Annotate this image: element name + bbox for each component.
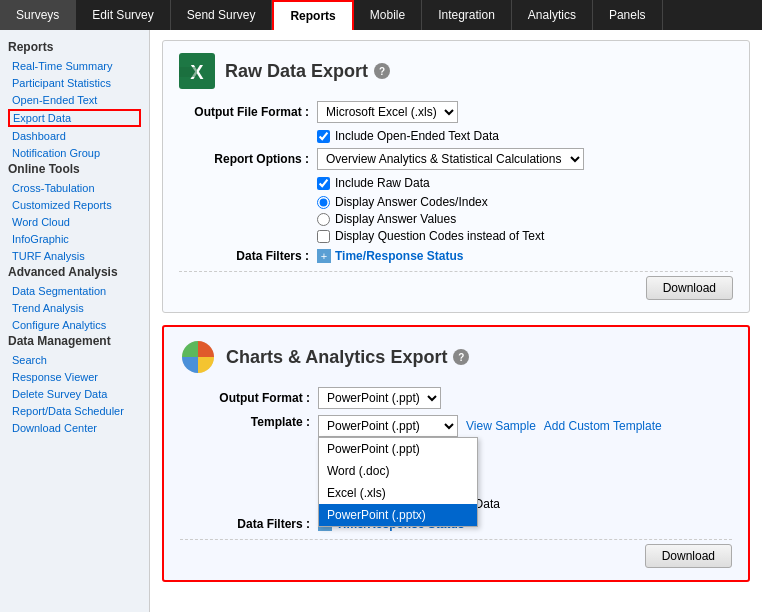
display-codes-row: Display Answer Codes/Index: [317, 195, 733, 209]
raw-data-help-icon[interactable]: ?: [374, 63, 390, 79]
charts-output-label: Output Format :: [180, 391, 310, 405]
raw-download-row: Download: [179, 271, 733, 300]
template-row: Template : PowerPoint (.ppt) View Sample…: [180, 415, 732, 437]
sidebar-link-customized[interactable]: Customized Reports: [8, 197, 141, 213]
nav-panels[interactable]: Panels: [593, 0, 663, 30]
nav-send-survey[interactable]: Send Survey: [171, 0, 273, 30]
dd-xls[interactable]: Excel (.xls): [319, 482, 477, 504]
raw-data-export-section: X Raw Data Export ? Output File Format :…: [162, 40, 750, 313]
display-question-codes-row: Display Question Codes instead of Text: [317, 229, 733, 243]
raw-data-title: Raw Data Export: [225, 61, 368, 82]
sidebar-title-onlinetools: Online Tools: [8, 162, 141, 176]
include-openended-label: Include Open-Ended Text Data: [335, 129, 499, 143]
sidebar-link-delete[interactable]: Delete Survey Data: [8, 386, 141, 402]
filters-plus-icon[interactable]: +: [317, 249, 331, 263]
include-raw-label: Include Raw Data: [335, 176, 430, 190]
sidebar-link-configure[interactable]: Configure Analytics: [8, 317, 141, 333]
nav-mobile[interactable]: Mobile: [354, 0, 422, 30]
template-dropdown-container: PowerPoint (.ppt) View Sample Add Custom…: [318, 415, 662, 437]
charts-help-icon[interactable]: ?: [453, 349, 469, 365]
sidebar-link-infographic[interactable]: InfoGraphic: [8, 231, 141, 247]
charts-output-select[interactable]: PowerPoint (.ppt): [318, 387, 441, 409]
include-openended-checkbox[interactable]: [317, 130, 330, 143]
sidebar-title-datamanagement: Data Management: [8, 334, 141, 348]
view-sample-link[interactable]: View Sample: [466, 419, 536, 433]
include-raw-row: Include Raw Data: [317, 176, 733, 190]
sidebar-link-dashboard[interactable]: Dashboard: [8, 128, 141, 144]
sidebar-title-reports: Reports: [8, 40, 141, 54]
sidebar-link-realtime[interactable]: Real-Time Summary: [8, 58, 141, 74]
charts-export-section: Charts & Analytics Export ? Output Forma…: [162, 325, 750, 582]
main-layout: Reports Real-Time Summary Participant St…: [0, 30, 762, 612]
display-codes-radio[interactable]: [317, 196, 330, 209]
nav-reports[interactable]: Reports: [272, 0, 353, 30]
raw-download-button[interactable]: Download: [646, 276, 733, 300]
dd-ppt[interactable]: PowerPoint (.ppt): [319, 438, 477, 460]
nav-edit-survey[interactable]: Edit Survey: [76, 0, 170, 30]
display-values-row: Display Answer Values: [317, 212, 733, 226]
raw-data-header: X Raw Data Export ?: [179, 53, 733, 89]
sidebar-link-scheduler[interactable]: Report/Data Scheduler: [8, 403, 141, 419]
charts-header: Charts & Analytics Export ?: [180, 339, 732, 375]
sidebar-link-search[interactable]: Search: [8, 352, 141, 368]
sidebar-link-download-center[interactable]: Download Center: [8, 420, 141, 436]
sidebar-link-dataseg[interactable]: Data Segmentation: [8, 283, 141, 299]
chart-icon: [180, 339, 216, 375]
svg-rect-2: [179, 67, 197, 77]
include-raw-checkbox[interactable]: [317, 177, 330, 190]
dd-doc[interactable]: Word (.doc): [319, 460, 477, 482]
template-select[interactable]: PowerPoint (.ppt): [318, 415, 458, 437]
template-dropdown-list: PowerPoint (.ppt) Word (.doc) Excel (.xl…: [318, 437, 478, 527]
sidebar-link-notification[interactable]: Notification Group: [8, 145, 141, 161]
add-custom-template-link[interactable]: Add Custom Template: [544, 419, 662, 433]
template-label: Template :: [180, 415, 310, 429]
display-question-codes-label: Display Question Codes instead of Text: [335, 229, 544, 243]
include-openended-row: Include Open-Ended Text Data: [317, 129, 733, 143]
top-nav: Surveys Edit Survey Send Survey Reports …: [0, 0, 762, 30]
output-format-row: Output File Format : Microsoft Excel (.x…: [179, 101, 733, 123]
excel-icon: X: [179, 53, 215, 89]
sidebar-section-onlinetools: Online Tools Cross-Tabulation Customized…: [8, 162, 141, 264]
sidebar-link-exportdata[interactable]: Export Data: [8, 109, 141, 127]
sidebar-link-response[interactable]: Response Viewer: [8, 369, 141, 385]
charts-title: Charts & Analytics Export: [226, 347, 447, 368]
sidebar-section-reports: Reports Real-Time Summary Participant St…: [8, 40, 141, 161]
sidebar-link-crosstab[interactable]: Cross-Tabulation: [8, 180, 141, 196]
nav-analytics[interactable]: Analytics: [512, 0, 593, 30]
sidebar: Reports Real-Time Summary Participant St…: [0, 30, 150, 612]
charts-download-row: Download: [180, 539, 732, 568]
nav-integration[interactable]: Integration: [422, 0, 512, 30]
raw-filter-link[interactable]: Time/Response Status: [335, 249, 463, 263]
report-options-row: Report Options : Overview Analytics & St…: [179, 148, 733, 170]
charts-filters-label: Data Filters :: [180, 517, 310, 531]
display-values-label: Display Answer Values: [335, 212, 456, 226]
report-options-label: Report Options :: [179, 152, 309, 166]
sidebar-link-participant[interactable]: Participant Statistics: [8, 75, 141, 91]
sidebar-section-datamanagement: Data Management Search Response Viewer D…: [8, 334, 141, 436]
display-question-codes-checkbox[interactable]: [317, 230, 330, 243]
sidebar-link-wordcloud[interactable]: Word Cloud: [8, 214, 141, 230]
charts-download-button[interactable]: Download: [645, 544, 732, 568]
output-format-select[interactable]: Microsoft Excel (.xls): [317, 101, 458, 123]
sidebar-title-advanced: Advanced Analysis: [8, 265, 141, 279]
dd-pptx[interactable]: PowerPoint (.pptx): [319, 504, 477, 526]
display-values-radio[interactable]: [317, 213, 330, 226]
display-codes-label: Display Answer Codes/Index: [335, 195, 488, 209]
raw-data-filters-row: Data Filters : + Time/Response Status: [179, 249, 733, 263]
charts-output-format-row: Output Format : PowerPoint (.ppt): [180, 387, 732, 409]
report-options-select[interactable]: Overview Analytics & Statistical Calcula…: [317, 148, 584, 170]
output-format-label: Output File Format :: [179, 105, 309, 119]
template-actions: View Sample Add Custom Template: [466, 419, 662, 433]
main-content: X Raw Data Export ? Output File Format :…: [150, 30, 762, 612]
nav-surveys[interactable]: Surveys: [0, 0, 76, 30]
sidebar-section-advanced: Advanced Analysis Data Segmentation Tren…: [8, 265, 141, 333]
sidebar-link-turf[interactable]: TURF Analysis: [8, 248, 141, 264]
raw-data-filters-label: Data Filters :: [179, 249, 309, 263]
sidebar-link-openended[interactable]: Open-Ended Text: [8, 92, 141, 108]
sidebar-link-trend[interactable]: Trend Analysis: [8, 300, 141, 316]
